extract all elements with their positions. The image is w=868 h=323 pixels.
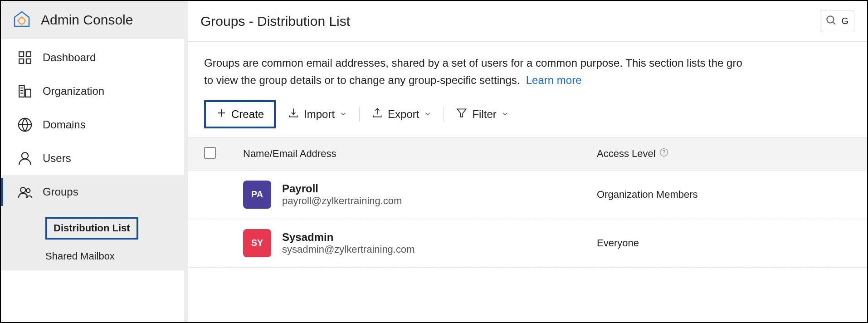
main-header: Groups - Distribution List G xyxy=(188,1,867,42)
svg-point-13 xyxy=(20,187,25,192)
subnav-item-distribution-list[interactable]: Distribution List xyxy=(45,211,184,245)
row-body: Sysadminsysadmin@zylkertraining.com xyxy=(282,231,597,255)
column-header-name[interactable]: Name/Email Address xyxy=(243,148,597,160)
import-button[interactable]: Import xyxy=(288,104,347,124)
chevron-down-icon xyxy=(424,108,432,121)
search-icon xyxy=(825,14,837,28)
import-icon xyxy=(288,107,299,122)
row-access-level: Organization Members xyxy=(597,189,851,201)
sidebar-nav: Dashboard Organization Domains Users xyxy=(1,39,188,322)
column-header-access[interactable]: Access Level xyxy=(597,148,851,160)
svg-line-16 xyxy=(833,22,835,24)
svg-rect-2 xyxy=(26,52,31,56)
help-icon[interactable] xyxy=(659,148,668,160)
sidebar-item-label: Users xyxy=(43,152,71,165)
main: Groups - Distribution List G Groups are … xyxy=(188,1,867,322)
search-button[interactable]: G xyxy=(820,10,854,32)
chevron-down-icon xyxy=(501,108,509,121)
sidebar-item-organization[interactable]: Organization xyxy=(1,74,184,108)
svg-point-0 xyxy=(19,18,25,24)
table-row[interactable]: PAPayrollpayroll@zylkertraining.comOrgan… xyxy=(188,171,867,219)
avatar: PA xyxy=(243,181,271,209)
filter-icon xyxy=(456,107,468,122)
row-email: payroll@zylkertraining.com xyxy=(282,195,597,207)
search-label-truncated: G xyxy=(841,16,848,26)
user-icon xyxy=(17,151,33,166)
toolbar-divider xyxy=(444,107,444,122)
sidebar-item-label: Organization xyxy=(43,85,104,98)
sidebar-item-users[interactable]: Users xyxy=(1,142,184,175)
avatar: SY xyxy=(243,229,271,257)
organization-icon xyxy=(17,83,33,99)
description-text: Groups are common email addresses, share… xyxy=(188,42,867,98)
filter-button[interactable]: Filter xyxy=(456,104,509,124)
page-title: Groups - Distribution List xyxy=(200,14,350,29)
row-body: Payrollpayroll@zylkertraining.com xyxy=(282,182,597,207)
sidebar-item-groups[interactable]: Groups xyxy=(1,175,184,209)
dashboard-icon xyxy=(17,50,33,65)
globe-icon xyxy=(17,117,33,132)
sidebar-item-label: Groups xyxy=(43,186,78,198)
svg-point-12 xyxy=(22,152,28,159)
row-email: sysadmin@zylkertraining.com xyxy=(282,244,597,255)
sidebar-item-dashboard[interactable]: Dashboard xyxy=(1,41,184,74)
svg-rect-4 xyxy=(26,59,31,64)
row-name: Sysadmin xyxy=(282,231,597,244)
row-name: Payroll xyxy=(282,182,597,195)
table-body: PAPayrollpayroll@zylkertraining.comOrgan… xyxy=(188,171,867,268)
export-icon xyxy=(371,107,383,122)
svg-point-21 xyxy=(663,154,664,155)
svg-rect-5 xyxy=(19,85,24,97)
toolbar: Create Import Export xyxy=(188,98,867,137)
create-button[interactable]: Create xyxy=(204,100,276,128)
sidebar-item-domains[interactable]: Domains xyxy=(1,108,184,142)
row-access-level: Everyone xyxy=(597,237,851,249)
plus-icon xyxy=(216,108,227,121)
table-header: Name/Email Address Access Level xyxy=(188,137,867,171)
svg-rect-1 xyxy=(19,52,24,56)
svg-point-15 xyxy=(827,16,834,23)
toolbar-divider xyxy=(359,107,360,122)
sidebar-header: Admin Console xyxy=(1,1,188,39)
groups-icon xyxy=(17,184,33,200)
sidebar-title: Admin Console xyxy=(41,12,133,28)
subnav-item-shared-mailbox[interactable]: Shared Mailbox xyxy=(45,245,184,268)
logo-icon xyxy=(12,10,32,30)
sidebar-item-label: Dashboard xyxy=(43,51,96,64)
svg-rect-3 xyxy=(19,59,24,64)
sidebar: Admin Console Dashboard Organization Dom… xyxy=(1,1,188,322)
select-all-checkbox[interactable] xyxy=(204,147,243,161)
export-button[interactable]: Export xyxy=(371,104,432,124)
chevron-down-icon xyxy=(339,108,347,121)
table-row[interactable]: SYSysadminsysadmin@zylkertraining.comEve… xyxy=(188,219,867,268)
sidebar-subnav-groups: Distribution List Shared Mailbox xyxy=(1,209,184,270)
sidebar-item-label: Domains xyxy=(43,118,86,131)
svg-marker-19 xyxy=(458,109,467,117)
svg-rect-6 xyxy=(25,89,30,97)
learn-more-link[interactable]: Learn more xyxy=(526,74,582,86)
svg-point-14 xyxy=(26,189,30,193)
